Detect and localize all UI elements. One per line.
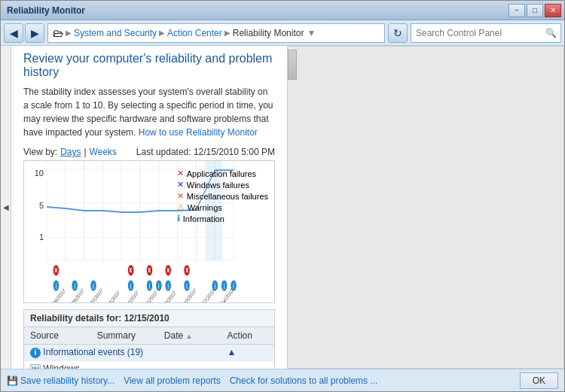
main-content: ◀ Review your computer's reliability and…	[1, 46, 564, 369]
breadcrumb: 🗁 ▶ System and Security ▶ Action Center …	[47, 23, 385, 43]
description: The stability index assesses your system…	[23, 85, 275, 139]
breadcrumb-current: Reliability Monitor	[233, 28, 304, 38]
svg-text:✕: ✕	[166, 267, 170, 275]
scroll-left-button[interactable]: ◀	[1, 46, 11, 369]
breadcrumb-sep-3: ▶	[224, 29, 231, 37]
legend-warn-label: Warnings	[188, 203, 222, 212]
breadcrumb-sep-1: ▶	[66, 29, 72, 37]
breadcrumb-sep-2: ▶	[159, 29, 165, 37]
breadcrumb-action-center[interactable]: Action Center	[167, 28, 222, 38]
legend-app-icon: ✕	[177, 169, 184, 178]
svg-text:i: i	[149, 282, 151, 290]
details-title: Reliability details for: 12/15/2010	[24, 310, 274, 327]
row-summary: Successful Windows Update	[91, 360, 158, 369]
y-max: 10	[27, 169, 44, 178]
legend-misc-failures: ✕ Miscellaneous failures	[177, 191, 268, 201]
chart-container[interactable]: 10 5 1	[23, 160, 275, 303]
close-button[interactable]: ✕	[545, 4, 561, 17]
legend-information: ℹ Information	[177, 214, 268, 223]
breadcrumb-system-security[interactable]: System and Security	[74, 28, 157, 38]
maximize-button[interactable]: □	[527, 4, 543, 17]
y-min: 1	[27, 232, 44, 242]
title-bar: Reliability Monitor − □ ✕	[1, 1, 564, 20]
window-title: Reliability Monitor	[4, 5, 85, 16]
legend-warnings: ⚠ Warnings	[177, 202, 268, 212]
svg-text:✕: ✕	[185, 267, 189, 275]
refresh-button[interactable]: ↻	[388, 23, 408, 43]
save-history-link[interactable]: 💾 Save reliability history...	[7, 375, 115, 386]
table-row[interactable]: W Windows Malicious Software Rem... Succ…	[24, 360, 274, 369]
view-by-left: View by: Days | Weeks	[23, 147, 117, 157]
days-view-link[interactable]: Days	[60, 147, 81, 157]
check-solutions-link[interactable]: Check for solutions to all problems ...	[230, 375, 378, 386]
content-inner: Review your computer's reliability and p…	[11, 46, 287, 369]
view-by-label: View by:	[23, 147, 57, 157]
group-collapse[interactable]: ▲	[221, 345, 274, 361]
weeks-view-link[interactable]: Weeks	[90, 147, 117, 157]
search-input[interactable]	[411, 23, 561, 43]
legend-warn-icon: ⚠	[177, 202, 185, 212]
svg-text:i: i	[158, 282, 160, 290]
last-updated: Last updated: 12/15/2010 5:00 PM	[136, 147, 275, 157]
col-date[interactable]: Date ▲	[158, 327, 221, 345]
svg-text:i: i	[74, 282, 75, 290]
search-icon: 🔍	[545, 28, 557, 38]
info-icon: i	[30, 348, 41, 358]
legend-misc-icon: ✕	[177, 191, 184, 201]
legend-win-icon: ✕	[177, 180, 184, 190]
svg-text:i: i	[93, 282, 94, 290]
legend-app-label: Application failures	[187, 169, 256, 178]
svg-text:i: i	[233, 282, 234, 290]
svg-text:12/12/2010: 12/12/2010	[197, 287, 215, 302]
nav-arrows: ◀ ▶	[4, 23, 44, 43]
col-summary[interactable]: Summary	[91, 327, 158, 345]
svg-text:i: i	[186, 282, 188, 290]
view-by-bar: View by: Days | Weeks Last updated: 12/1…	[23, 147, 275, 157]
group-row-informational[interactable]: i Informational events (19) ▲	[24, 345, 274, 361]
chart-main: ✕ ✕ ✕ ✕ ✕ i	[47, 161, 274, 302]
group-label: i Informational events (19)	[24, 345, 221, 361]
svg-text:i: i	[130, 282, 132, 290]
save-icon: 💾	[7, 375, 18, 386]
bottom-bar: 💾 Save reliability history... View all p…	[1, 369, 564, 391]
how-to-link[interactable]: How to use Reliability Monitor	[139, 127, 258, 138]
window-controls: − □ ✕	[508, 4, 561, 17]
page-title: Review your computer's reliability and p…	[23, 52, 275, 79]
col-source[interactable]: Source	[24, 327, 91, 345]
svg-text:i: i	[56, 282, 57, 290]
forward-button[interactable]: ▶	[25, 23, 44, 43]
details-section: Reliability details for: 12/15/2010 Sour…	[23, 309, 275, 369]
scrollbar-thumb[interactable]	[288, 50, 297, 80]
ok-button[interactable]: OK	[520, 372, 558, 389]
svg-text:✕: ✕	[54, 267, 58, 275]
group-title: Informational events (19)	[43, 347, 143, 357]
sort-arrow: ▲	[186, 333, 193, 340]
svg-text:✕: ✕	[148, 267, 151, 275]
svg-text:12/2/2010: 12/2/2010	[104, 289, 120, 302]
row-date: 12/15/2010 12:39 AM	[158, 360, 221, 369]
legend-app-failures: ✕ Application failures	[177, 169, 268, 178]
col-action[interactable]: Action	[221, 327, 274, 345]
details-table: Source Summary Date ▲ Act	[24, 327, 274, 369]
breadcrumb-dropdown-arrow[interactable]: ▼	[307, 28, 316, 38]
view-sep: |	[84, 147, 86, 157]
search-container: 🔍	[411, 23, 561, 43]
scrollbar-track[interactable]	[287, 46, 564, 369]
content-area: Review your computer's reliability and p…	[11, 46, 287, 369]
chart-legend: ✕ Application failures ✕ Windows failure…	[177, 169, 268, 225]
view-reports-link[interactable]: View all problem reports	[124, 375, 221, 386]
row-action[interactable]: View technical d...	[221, 360, 274, 369]
legend-info-icon: ℹ	[177, 214, 180, 223]
y-mid: 5	[27, 201, 44, 210]
back-button[interactable]: ◀	[4, 23, 23, 43]
bottom-links: 💾 Save reliability history... View all p…	[7, 375, 377, 386]
chart-y-axis: 10 5 1	[24, 161, 47, 302]
main-window: Reliability Monitor − □ ✕ ◀ ▶ 🗁 ▶ System…	[0, 0, 565, 392]
legend-misc-label: Miscellaneous failures	[187, 192, 268, 201]
minimize-button[interactable]: −	[508, 4, 525, 17]
row-source: W Windows Malicious Software Rem...	[24, 360, 91, 369]
legend-info-label: Information	[183, 214, 224, 223]
legend-win-failures: ✕ Windows failures	[177, 180, 268, 190]
svg-text:i: i	[224, 282, 225, 290]
svg-text:✕: ✕	[129, 267, 133, 275]
